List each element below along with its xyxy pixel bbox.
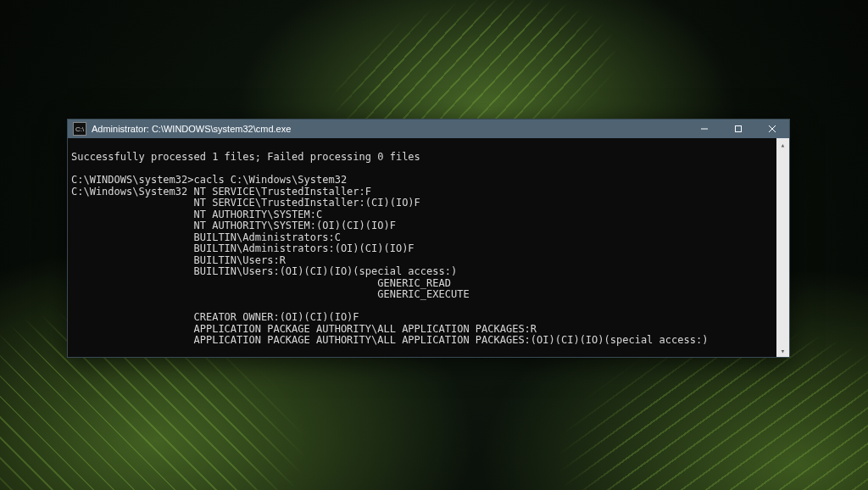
chevron-up-icon: ▴ [781,141,785,149]
chevron-down-icon: ▾ [781,347,785,355]
vertical-scrollbar[interactable]: ▴ ▾ [776,138,789,357]
window-client-area: Successfully processed 1 files; Failed p… [68,138,789,357]
scroll-up-button[interactable]: ▴ [776,138,789,151]
cmd-window: C:\ Administrator: C:\WINDOWS\system32\c… [67,119,790,358]
minimize-icon [700,125,709,133]
scroll-down-button[interactable]: ▾ [776,344,789,357]
desktop-wallpaper: C:\ Administrator: C:\WINDOWS\system32\c… [0,0,868,490]
svg-rect-1 [736,126,742,132]
window-title: Administrator: C:\WINDOWS\system32\cmd.e… [92,124,291,134]
scrollbar-track[interactable] [776,151,789,344]
titlebar[interactable]: C:\ Administrator: C:\WINDOWS\system32\c… [68,120,789,138]
maximize-button[interactable] [721,120,755,138]
close-icon [768,125,776,133]
maximize-icon [734,125,743,133]
close-button[interactable] [755,120,789,138]
minimize-button[interactable] [687,120,721,138]
terminal-output[interactable]: Successfully processed 1 files; Failed p… [68,148,776,347]
cmd-icon: C:\ [73,122,86,136]
